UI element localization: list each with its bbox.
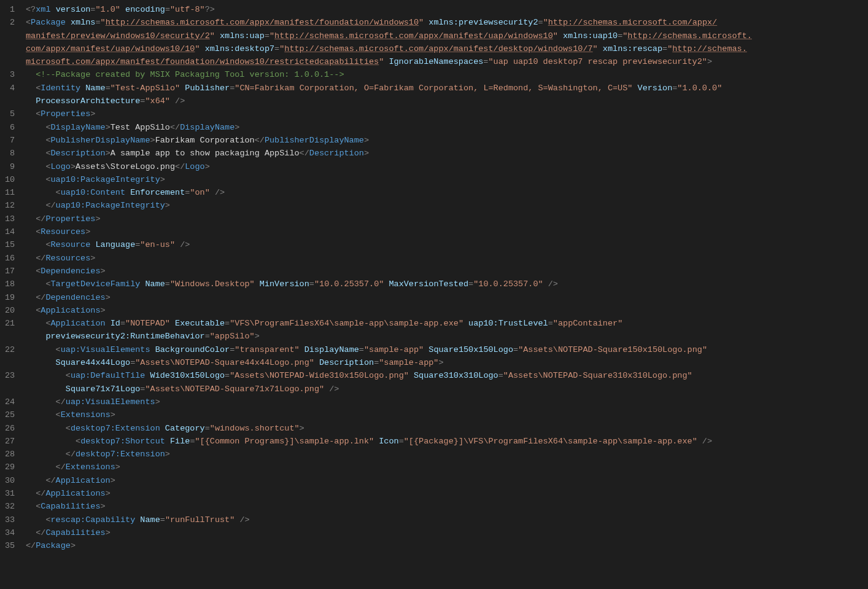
line-number: 28 xyxy=(5,448,15,461)
code-line[interactable]: </Properties> xyxy=(26,213,868,225)
line-number: 21 xyxy=(5,317,15,330)
code-line[interactable]: <Dependencies> xyxy=(26,265,868,278)
line-number: 3 xyxy=(5,68,15,81)
code-line[interactable]: <Capabilities> xyxy=(26,500,868,513)
code-line[interactable]: <Identity Name="Test-AppSilo" Publisher=… xyxy=(26,82,868,95)
code-line[interactable]: <Applications> xyxy=(26,304,868,317)
line-number xyxy=(5,29,15,42)
code-line[interactable]: microsoft.com/appx/manifest/foundation/w… xyxy=(26,55,868,68)
line-number: 12 xyxy=(5,199,15,212)
line-number: 4 xyxy=(5,82,15,95)
code-line[interactable]: </uap:VisualElements> xyxy=(26,396,868,408)
line-number: 19 xyxy=(5,291,15,304)
code-line[interactable]: <PublisherDisplayName>Fabrikam Corporati… xyxy=(26,134,868,147)
line-number: 2 xyxy=(5,16,15,29)
line-number: 26 xyxy=(5,422,15,435)
line-number: 16 xyxy=(5,252,15,265)
line-number: 23 xyxy=(5,369,15,382)
code-line[interactable]: <uap:DefaultTile Wide310x150Logo="Assets… xyxy=(26,369,868,382)
code-line[interactable]: </Capabilities> xyxy=(26,526,868,539)
code-line[interactable]: </Package> xyxy=(26,539,868,552)
line-number: 33 xyxy=(5,513,15,526)
line-number xyxy=(5,356,15,369)
code-line[interactable]: </Extensions> xyxy=(26,461,868,474)
code-line[interactable]: <Logo>Assets\StoreLogo.png</Logo> xyxy=(26,160,868,173)
line-number: 24 xyxy=(5,396,15,408)
code-line[interactable]: <uap10:PackageIntegrity> xyxy=(26,173,868,186)
code-line[interactable]: <Properties> xyxy=(26,107,868,120)
line-number: 20 xyxy=(5,304,15,317)
line-number: 9 xyxy=(5,160,15,173)
code-line[interactable]: Square71x71Logo="Assets\NOTEPAD-Square71… xyxy=(26,383,868,396)
line-number: 34 xyxy=(5,526,15,539)
line-number xyxy=(5,55,15,68)
code-line[interactable]: </Applications> xyxy=(26,487,868,500)
code-line[interactable]: com/appx/manifest/uap/windows10/10" xmln… xyxy=(26,42,868,55)
code-line[interactable]: <desktop7:Extension Category="windows.sh… xyxy=(26,422,868,435)
line-number: 22 xyxy=(5,343,15,356)
code-line[interactable]: Square44x44Logo="Assets\NOTEPAD-Square44… xyxy=(26,356,868,369)
line-number: 29 xyxy=(5,461,15,474)
line-number: 31 xyxy=(5,487,15,500)
line-number: 35 xyxy=(5,539,15,552)
line-number xyxy=(5,95,15,107)
code-line[interactable]: <DisplayName>Test AppSilo</DisplayName> xyxy=(26,121,868,134)
line-number: 27 xyxy=(5,435,15,448)
code-line[interactable]: <Package xmlns="http://schemas.microsoft… xyxy=(26,16,868,29)
code-line[interactable]: <Extensions> xyxy=(26,408,868,421)
line-number xyxy=(5,330,15,343)
line-number-gutter: 1234567891011121314151617181920212223242… xyxy=(0,0,26,555)
line-number: 30 xyxy=(5,474,15,487)
line-number xyxy=(5,42,15,55)
line-number: 8 xyxy=(5,147,15,160)
code-line[interactable]: <TargetDeviceFamily Name="Windows.Deskto… xyxy=(26,278,868,291)
code-line[interactable]: <Resource Language="en-us" /> xyxy=(26,238,868,251)
code-line[interactable]: manifest/preview/windows10/security/2" x… xyxy=(26,29,868,42)
code-line[interactable]: </uap10:PackageIntegrity> xyxy=(26,199,868,212)
line-number: 13 xyxy=(5,213,15,225)
code-line[interactable]: <desktop7:Shortcut File="[{Common Progra… xyxy=(26,435,868,448)
code-line[interactable]: ProcessorArchitecture="x64" /> xyxy=(26,95,868,107)
line-number: 6 xyxy=(5,121,15,134)
code-line[interactable]: </Resources> xyxy=(26,252,868,265)
code-line[interactable]: </desktop7:Extension> xyxy=(26,448,868,461)
code-line[interactable]: <Resources> xyxy=(26,225,868,238)
line-number: 5 xyxy=(5,107,15,120)
line-number: 1 xyxy=(5,3,15,16)
code-line[interactable]: <uap10:Content Enforcement="on" /> xyxy=(26,186,868,199)
code-line[interactable]: <?xml version="1.0" encoding="utf-8"?> xyxy=(26,3,868,16)
line-number: 14 xyxy=(5,225,15,238)
line-number: 17 xyxy=(5,265,15,278)
code-line[interactable]: </Application> xyxy=(26,474,868,487)
line-number: 25 xyxy=(5,408,15,421)
code-line[interactable]: <Description>A sample app to show packag… xyxy=(26,147,868,160)
line-number: 7 xyxy=(5,134,15,147)
code-line[interactable]: <!--Package created by MSIX Packaging To… xyxy=(26,68,868,81)
line-number: 18 xyxy=(5,278,15,291)
code-line[interactable]: </Dependencies> xyxy=(26,291,868,304)
line-number: 32 xyxy=(5,500,15,513)
code-line[interactable]: <uap:VisualElements BackgroundColor="tra… xyxy=(26,343,868,356)
code-line[interactable]: previewsecurity2:RuntimeBehavior="appSil… xyxy=(26,330,868,343)
code-editor[interactable]: <?xml version="1.0" encoding="utf-8"?><P… xyxy=(26,0,868,555)
code-line[interactable]: <rescap:Capability Name="runFullTrust" /… xyxy=(26,513,868,526)
line-number xyxy=(5,383,15,396)
line-number: 11 xyxy=(5,186,15,199)
line-number: 10 xyxy=(5,173,15,186)
line-number: 15 xyxy=(5,238,15,251)
code-line[interactable]: <Application Id="NOTEPAD" Executable="VF… xyxy=(26,317,868,330)
